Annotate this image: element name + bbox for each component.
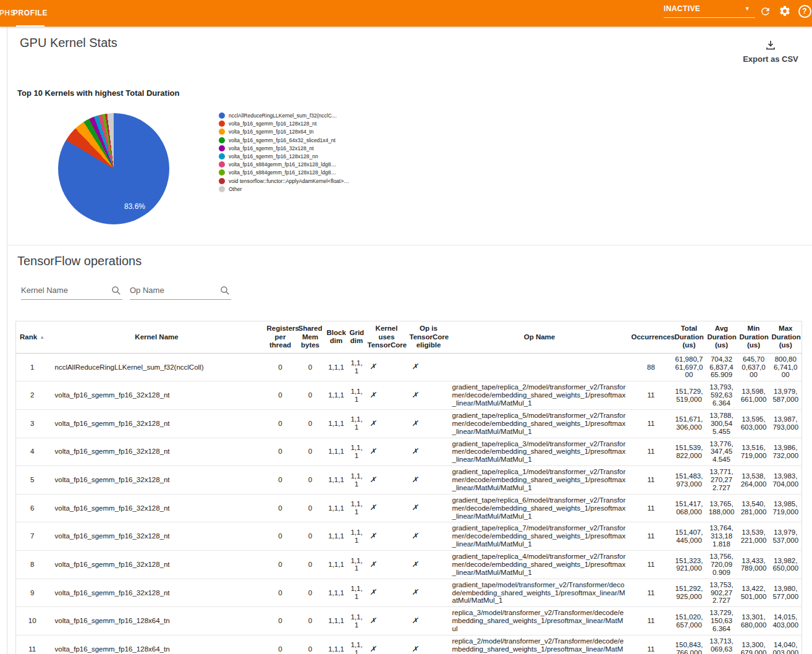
cell-shared_mem: 0 bbox=[296, 466, 325, 495]
op-name-input[interactable] bbox=[130, 283, 231, 300]
cell-max: 800,806,741,000 bbox=[770, 353, 802, 381]
legend-item[interactable]: void tensorflow::functor::ApplyAdamKerne… bbox=[219, 178, 350, 184]
cell-uses_tensorcore: ✗ bbox=[366, 466, 408, 495]
tf-operations-table: Rank▲Kernel NameRegisters per threadShar… bbox=[15, 321, 802, 654]
cell-tensorcore_eligible: ✗ bbox=[408, 579, 450, 607]
legend-color-dot bbox=[219, 113, 225, 119]
legend-item[interactable]: volta_fp16_sgemm_fp16_128x64_tn bbox=[219, 129, 350, 135]
legend-label: volta_fp16_sgemm_fp16_64x32_sliced1x4_nt bbox=[229, 137, 336, 143]
cell-total: 151,729,519,000 bbox=[673, 381, 706, 410]
col-header-block_dim[interactable]: Block dim bbox=[325, 321, 348, 354]
cell-op_name: gradient_tape/replica_5/model/transforme… bbox=[450, 409, 630, 438]
legend-label: volta_fp16_s884gemm_fp16_128x128_ldg8… bbox=[229, 161, 336, 168]
cell-occurrences: 11 bbox=[630, 607, 673, 635]
cell-rank: 6 bbox=[16, 494, 49, 522]
export-csv-label: Export as CSV bbox=[743, 54, 798, 64]
col-header-total[interactable]: Total Duration (us) bbox=[673, 321, 706, 354]
table-row: 11volta_fp16_sgemm_fp16_128x64_tn001,1,1… bbox=[16, 635, 802, 654]
cell-block_dim: 1,1,1 bbox=[325, 353, 348, 381]
legend-item[interactable]: Other bbox=[219, 186, 350, 192]
export-csv-button[interactable]: Export as CSV bbox=[738, 40, 803, 64]
cell-registers: 0 bbox=[265, 551, 296, 579]
legend-color-dot bbox=[219, 186, 225, 192]
legend-item[interactable]: volta_fp16_sgemm_fp16_64x32_sliced1x4_nt bbox=[219, 137, 350, 143]
legend-item[interactable]: volta_fp16_sgemm_fp16_128x128_nn bbox=[219, 153, 350, 159]
cell-occurrences: 11 bbox=[630, 494, 673, 522]
pie-chart[interactable]: 83.6% bbox=[58, 113, 169, 224]
col-header-min[interactable]: Min Duration (us) bbox=[738, 321, 770, 354]
cell-occurrences: 11 bbox=[630, 522, 673, 551]
cell-max: 14,015,403,000 bbox=[770, 607, 802, 635]
cell-kernel: volta_fp16_sgemm_fp16_32x128_nt bbox=[49, 438, 265, 466]
cell-max: 13,985,719,000 bbox=[770, 494, 802, 522]
cell-block_dim: 1,1,1 bbox=[325, 522, 348, 551]
cell-occurrences: 11 bbox=[630, 579, 673, 607]
cell-uses_tensorcore: ✗ bbox=[366, 551, 408, 579]
cell-op_name: gradient_tape/replica_4/model/transforme… bbox=[450, 551, 630, 579]
cell-avg: 13,788,300,545.455 bbox=[706, 409, 738, 438]
legend-color-dot bbox=[219, 169, 225, 176]
cell-max: 13,987,793,000 bbox=[770, 409, 802, 438]
cell-kernel: volta_fp16_sgemm_fp16_128x64_tn bbox=[49, 607, 265, 635]
refresh-icon[interactable] bbox=[758, 4, 772, 18]
cell-rank: 9 bbox=[16, 579, 49, 607]
cell-total: 61,980,761,697,000 bbox=[673, 353, 706, 381]
cell-shared_mem: 0 bbox=[296, 353, 325, 381]
legend-label: volta_fp16_s884gemm_fp16_128x128_ldg8… bbox=[229, 169, 336, 176]
col-header-registers[interactable]: Registers per thread bbox=[265, 321, 296, 354]
col-header-rank[interactable]: Rank▲ bbox=[16, 321, 49, 354]
chevron-down-icon: ▼ bbox=[745, 6, 750, 12]
run-status-select[interactable]: INACTIVE ▼ bbox=[664, 4, 755, 18]
col-header-grid_dim[interactable]: Grid dim bbox=[348, 321, 366, 354]
legend-color-dot bbox=[219, 178, 225, 184]
tab-profile[interactable]: PROFILE bbox=[16, 0, 44, 27]
cell-op_name: gradient_tape/replica_1/model/transforme… bbox=[450, 466, 630, 495]
cell-min: 13,301,680,000 bbox=[738, 607, 770, 635]
cell-min: 13,422,501,000 bbox=[738, 579, 770, 607]
cell-rank: 1 bbox=[16, 353, 49, 381]
legend-item[interactable]: ncclAllReduceRingLLKernel_sum_f32(ncclC… bbox=[219, 113, 350, 119]
col-header-shared_mem[interactable]: Shared Mem bytes bbox=[296, 321, 325, 354]
cell-block_dim: 1,1,1 bbox=[325, 381, 348, 410]
cell-occurrences: 11 bbox=[630, 438, 673, 466]
col-header-tensorcore_eligible[interactable]: Op is TensorCore eligible bbox=[408, 321, 450, 354]
cell-rank: 10 bbox=[16, 607, 49, 635]
cell-uses_tensorcore: ✗ bbox=[366, 607, 408, 635]
cell-op_name: gradient_tape/replica_7/model/transforme… bbox=[450, 522, 630, 551]
col-header-max[interactable]: Max Duration (us) bbox=[770, 321, 802, 354]
cell-uses_tensorcore: ✗ bbox=[366, 522, 408, 551]
cell-kernel: volta_fp16_sgemm_fp16_32x128_nt bbox=[49, 551, 265, 579]
legend-color-dot bbox=[219, 121, 225, 127]
cell-block_dim: 1,1,1 bbox=[325, 635, 348, 654]
col-header-avg[interactable]: Avg Duration (us) bbox=[706, 321, 738, 354]
table-row: 9volta_fp16_sgemm_fp16_32x128_nt001,1,11… bbox=[16, 579, 802, 607]
kernel-name-input[interactable] bbox=[21, 283, 122, 300]
legend-item[interactable]: volta_fp16_s884gemm_fp16_128x128_ldg8… bbox=[219, 161, 350, 168]
cell-total: 151,671,306,000 bbox=[673, 409, 706, 438]
col-header-occurrences[interactable]: Occurrences bbox=[630, 321, 673, 354]
cell-total: 151,407,445,000 bbox=[673, 522, 706, 551]
cell-tensorcore_eligible: ✗ bbox=[408, 353, 450, 381]
gear-icon[interactable] bbox=[778, 4, 792, 18]
legend-item[interactable]: volta_fp16_sgemm_fp16_128x128_nt bbox=[219, 121, 350, 127]
cell-op_name: gradient_tape/replica_2/model/transforme… bbox=[450, 381, 630, 410]
legend-item[interactable]: volta_fp16_s884gemm_fp16_128x128_ldg8… bbox=[219, 169, 350, 176]
legend-item[interactable]: volta_fp16_sgemm_fp16_32x128_nt bbox=[219, 145, 350, 151]
cell-uses_tensorcore: ✗ bbox=[366, 635, 408, 654]
cell-uses_tensorcore: ✗ bbox=[366, 381, 408, 410]
help-icon[interactable]: ? bbox=[798, 4, 811, 18]
cell-shared_mem: 0 bbox=[296, 579, 325, 607]
col-header-uses_tensorcore[interactable]: Kernel uses TensorCore bbox=[366, 321, 408, 354]
pie-legend: ncclAllReduceRingLLKernel_sum_f32(ncclC…… bbox=[219, 113, 350, 192]
table-row: 10volta_fp16_sgemm_fp16_128x64_tn001,1,1… bbox=[16, 607, 802, 635]
cell-registers: 0 bbox=[265, 409, 296, 438]
col-header-kernel[interactable]: Kernel Name bbox=[49, 321, 265, 354]
cell-tensorcore_eligible: ✗ bbox=[408, 438, 450, 466]
cell-avg: 13,764,313,181.818 bbox=[706, 522, 738, 551]
cell-grid_dim: 1,1,1 bbox=[348, 551, 366, 579]
cell-shared_mem: 0 bbox=[296, 381, 325, 410]
cell-max: 14,040,003,000 bbox=[770, 635, 802, 654]
cell-shared_mem: 0 bbox=[296, 551, 325, 579]
cell-min: 645,700,637,000 bbox=[738, 353, 770, 381]
col-header-op_name[interactable]: Op Name bbox=[450, 321, 630, 354]
